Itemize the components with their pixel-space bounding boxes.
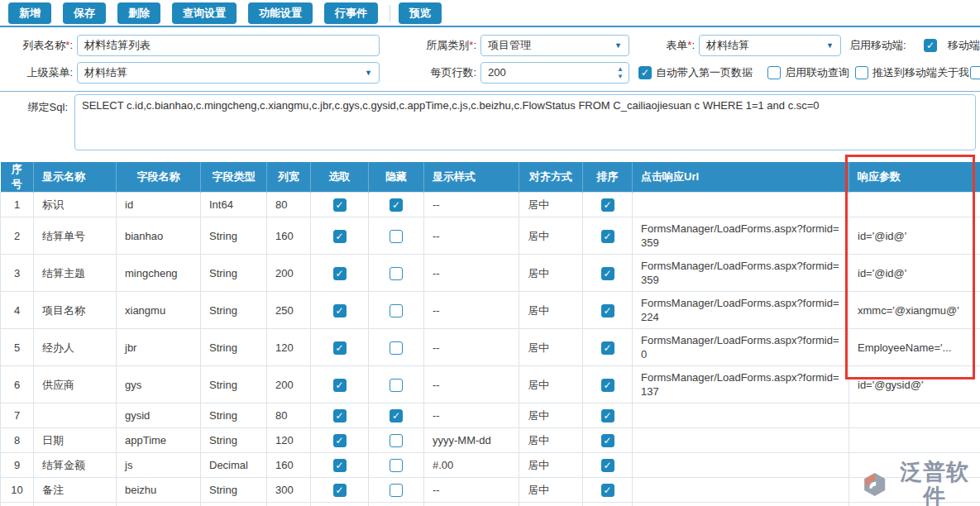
cell-no: 11 [1, 503, 34, 506]
table-row[interactable]: 1标识idInt6480--居中 [1, 193, 980, 217]
bind-sql-textarea[interactable]: SELECT c.id,c.bianhao,c.mingcheng,c.xian… [74, 94, 976, 150]
sort-checkbox[interactable] [601, 434, 614, 447]
cell-field-type: Int32 [201, 503, 267, 506]
select-checkbox[interactable] [333, 304, 347, 317]
column-header-display-style: 显示样式 [424, 162, 519, 193]
form-template-select[interactable]: 材料结算 ▼ [699, 35, 841, 56]
cell-col-width: 250 [267, 292, 311, 329]
category-select[interactable]: 项目管理 ▼ [480, 35, 629, 56]
cell-field-type: String [201, 428, 267, 453]
cell-field-type: Decimal [201, 453, 267, 478]
sort-checkbox[interactable] [601, 409, 614, 422]
enable-mobile-checkbox[interactable] [924, 39, 937, 52]
hidden-checkbox[interactable] [390, 379, 403, 392]
cell-click-url [633, 428, 849, 453]
cell-display-style: -- [424, 366, 519, 403]
preview-button[interactable]: 预览 [399, 2, 442, 24]
cell-display-name: 备注 [34, 478, 117, 503]
list-name-input[interactable] [77, 35, 380, 56]
cell-no: 7 [1, 403, 34, 428]
hidden-checkbox[interactable] [390, 304, 403, 317]
spinner-down-icon[interactable]: ▼ [617, 73, 624, 80]
sort-checkbox[interactable] [601, 379, 614, 392]
hidden-checkbox[interactable] [390, 459, 403, 472]
sort-checkbox[interactable] [601, 230, 614, 243]
sort-checkbox[interactable] [601, 198, 614, 212]
sort-checkbox-cell [583, 403, 633, 428]
parent-menu-select[interactable]: 材料结算 ▼ [77, 62, 380, 84]
cell-display-name: 结算金额 [34, 453, 117, 478]
row-event-button[interactable]: 行事件 [324, 2, 378, 24]
delete-button[interactable]: 删除 [117, 2, 160, 24]
sort-checkbox[interactable] [601, 459, 614, 472]
cell-field-type: String [201, 366, 267, 403]
cell-display-style: yyyy-MM-dd [424, 428, 519, 453]
sort-checkbox[interactable] [601, 304, 614, 317]
table-row[interactable]: 10备注beizhuString300--居中 [1, 478, 980, 503]
hidden-checkbox[interactable] [390, 267, 403, 280]
sort-checkbox[interactable] [601, 341, 614, 355]
cell-align: 居中 [519, 503, 583, 506]
hidden-checkbox[interactable] [390, 198, 403, 212]
select-checkbox-cell [311, 255, 369, 292]
select-checkbox[interactable] [333, 230, 347, 243]
sort-checkbox[interactable] [601, 267, 614, 280]
parent-menu-label: 上级菜单: [0, 62, 73, 84]
enable-mobile-label-text: 启用移动端: [849, 39, 906, 51]
hidden-checkbox[interactable] [390, 341, 403, 355]
auto-load-first-page-checkbox[interactable] [638, 66, 652, 79]
cell-display-style: -- [424, 193, 519, 217]
select-checkbox[interactable] [333, 198, 347, 212]
cell-align: 居中 [519, 403, 583, 428]
select-checkbox[interactable] [333, 409, 347, 422]
column-header-select: 选取 [311, 162, 369, 193]
hidden-checkbox[interactable] [390, 484, 403, 497]
table-row[interactable]: 2结算单号bianhaoString160--居中FormsManager/Lo… [1, 217, 980, 255]
push-to-mobile-checkbox[interactable] [855, 66, 868, 79]
sort-checkbox-cell [583, 366, 633, 403]
page-rows-label: 每页行数: [397, 62, 476, 84]
table-row[interactable]: 4项目名称xiangmuString250--居中FormsManager/Lo… [1, 292, 980, 329]
table-row[interactable]: 7gysidString80--居中 [1, 403, 980, 428]
sort-checkbox-cell [583, 255, 633, 292]
select-checkbox[interactable] [333, 379, 347, 392]
cell-field-name: FlowStatus [117, 503, 201, 506]
hidden-checkbox[interactable] [390, 434, 403, 447]
cell-field-name: gys [117, 366, 201, 403]
hidden-checkbox[interactable] [390, 409, 403, 422]
form-separator [0, 91, 980, 92]
spinner-up-icon[interactable]: ▲ [617, 65, 624, 73]
table-row[interactable]: 9结算金额jsDecimal160#.00居中 [1, 453, 980, 478]
select-checkbox[interactable] [333, 459, 347, 472]
cell-click-url: FormsManager/LoadForms.aspx?formid=359 [633, 217, 849, 255]
column-header-click-url: 点击响应Url [633, 162, 849, 193]
hidden-checkbox[interactable] [390, 230, 403, 243]
table-row[interactable]: 11流程状态FlowStatusInt3280--居中 [1, 503, 980, 506]
table-row[interactable]: 5经办人jbrString120--居中FormsManager/LoadFor… [1, 329, 980, 366]
add-button[interactable]: 新增 [8, 2, 51, 24]
cell-field-name: gysid [117, 403, 201, 428]
select-checkbox[interactable] [333, 267, 347, 280]
truncated-checkbox[interactable] [970, 66, 980, 79]
select-checkbox[interactable] [333, 484, 347, 497]
chevron-down-icon[interactable]: ▼ [614, 36, 622, 55]
function-settings-button[interactable]: 功能设置 [248, 2, 313, 24]
table-row[interactable]: 3结算主题mingchengString200--居中FormsManager/… [1, 255, 980, 292]
cell-no: 8 [1, 428, 34, 453]
chevron-down-icon[interactable]: ▼ [365, 63, 372, 83]
select-checkbox[interactable] [333, 434, 347, 447]
select-checkbox[interactable] [333, 341, 347, 355]
cell-click-url [633, 503, 849, 506]
page-rows-stepper[interactable]: 200 ▲▼ [480, 62, 629, 84]
parent-menu-label-text: 上级菜单 [26, 66, 69, 79]
linked-query-checkbox[interactable] [767, 66, 781, 79]
cell-display-style: -- [424, 292, 519, 329]
query-settings-button[interactable]: 查询设置 [172, 2, 237, 24]
cell-display-style: -- [424, 403, 519, 428]
sort-checkbox[interactable] [601, 484, 614, 497]
chevron-down-icon[interactable]: ▼ [826, 36, 834, 55]
save-button[interactable]: 保存 [63, 2, 106, 24]
column-header-sort: 排序 [583, 162, 633, 193]
table-row[interactable]: 8日期appTimeString120yyyy-MM-dd居中 [1, 428, 980, 453]
table-row[interactable]: 6供应商gysString200--居中FormsManager/LoadFor… [1, 366, 980, 403]
